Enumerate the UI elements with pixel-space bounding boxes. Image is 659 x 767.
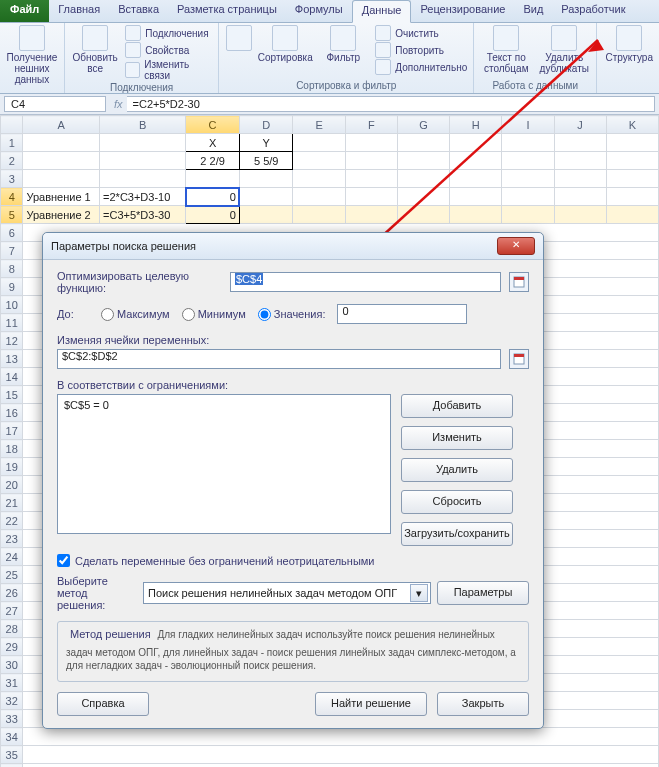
cell[interactable]: Уравнение 1 — [23, 188, 100, 206]
objective-input[interactable]: $C$4 — [230, 272, 501, 292]
file-tab[interactable]: Файл — [0, 0, 49, 22]
nonneg-checkbox[interactable] — [57, 554, 70, 567]
row-header[interactable]: 1 — [1, 134, 23, 152]
row-header[interactable]: 22 — [1, 512, 23, 530]
row-header[interactable]: 16 — [1, 404, 23, 422]
col-header-I[interactable]: I — [502, 116, 554, 134]
cell[interactable]: =C3+5*D3-30 — [100, 206, 186, 224]
row-header[interactable]: 31 — [1, 674, 23, 692]
col-header-J[interactable]: J — [554, 116, 606, 134]
text-to-columns-button[interactable]: Текст по столбцам — [480, 25, 532, 74]
tab-data[interactable]: Данные — [352, 0, 412, 23]
advanced-button[interactable]: Дополнительно — [375, 59, 467, 75]
row-header[interactable]: 4 — [1, 188, 23, 206]
col-header-F[interactable]: F — [345, 116, 397, 134]
col-header-B[interactable]: B — [100, 116, 186, 134]
tab-page-layout[interactable]: Разметка страницы — [168, 0, 286, 22]
tab-home[interactable]: Главная — [49, 0, 109, 22]
changing-cells-input[interactable]: $C$2:$D$2 — [57, 349, 501, 369]
row-header[interactable]: 11 — [1, 314, 23, 332]
method-combo[interactable]: Поиск решения нелинейных задач методом О… — [143, 582, 431, 604]
row-header[interactable]: 35 — [1, 746, 23, 764]
close-button[interactable]: ✕ — [497, 237, 535, 255]
formula-input[interactable]: =C2+5*D2-30 — [127, 96, 655, 112]
row-header[interactable]: 9 — [1, 278, 23, 296]
row-header[interactable]: 27 — [1, 602, 23, 620]
changing-ref-button[interactable] — [509, 349, 529, 369]
cell[interactable]: =2*C3+D3-10 — [100, 188, 186, 206]
cell[interactable]: 0 — [186, 206, 240, 224]
col-header-A[interactable]: A — [23, 116, 100, 134]
change-constraint-button[interactable]: Изменить — [401, 426, 513, 450]
tab-view[interactable]: Вид — [514, 0, 552, 22]
reset-button[interactable]: Сбросить — [401, 490, 513, 514]
fx-icon[interactable]: fx — [110, 98, 127, 110]
row-header[interactable]: 33 — [1, 710, 23, 728]
col-header-G[interactable]: G — [397, 116, 449, 134]
get-external-data-button[interactable]: Получение нешних данных — [6, 25, 58, 85]
row-header[interactable]: 26 — [1, 584, 23, 602]
params-button[interactable]: Параметры — [437, 581, 529, 605]
constraints-list[interactable]: $C$5 = 0 — [57, 394, 391, 534]
col-header-H[interactable]: H — [450, 116, 502, 134]
radio-min[interactable]: Минимум — [182, 308, 246, 321]
add-constraint-button[interactable]: Добавить — [401, 394, 513, 418]
row-header[interactable]: 28 — [1, 620, 23, 638]
clear-filter-button[interactable]: Очистить — [375, 25, 467, 41]
cell[interactable]: 2 2/9 — [186, 152, 240, 170]
row-header[interactable]: 32 — [1, 692, 23, 710]
row-header[interactable]: 36 — [1, 764, 23, 768]
sort-button[interactable]: Сортировка — [259, 25, 311, 63]
row-header[interactable]: 23 — [1, 530, 23, 548]
row-header[interactable]: 25 — [1, 566, 23, 584]
remove-duplicates-button[interactable]: Удалить дубликаты — [538, 25, 590, 74]
sort-az-button[interactable] — [225, 25, 253, 51]
row-header[interactable]: 15 — [1, 386, 23, 404]
row-header[interactable]: 20 — [1, 476, 23, 494]
solve-button[interactable]: Найти решение — [315, 692, 427, 716]
row-header[interactable]: 29 — [1, 638, 23, 656]
col-header-E[interactable]: E — [293, 116, 345, 134]
radio-max[interactable]: Максимум — [101, 308, 170, 321]
row-header[interactable]: 24 — [1, 548, 23, 566]
close-dialog-button[interactable]: Закрыть — [437, 692, 529, 716]
row-header[interactable]: 14 — [1, 368, 23, 386]
cell-active[interactable]: 0 — [186, 188, 240, 206]
name-box[interactable]: C4 — [4, 96, 106, 112]
connections-button[interactable]: Подключения — [125, 25, 212, 41]
col-header-D[interactable]: D — [239, 116, 293, 134]
select-all-corner[interactable] — [1, 116, 23, 134]
delete-constraint-button[interactable]: Удалить — [401, 458, 513, 482]
tab-formulas[interactable]: Формулы — [286, 0, 352, 22]
col-header-K[interactable]: K — [606, 116, 658, 134]
value-input[interactable]: 0 — [337, 304, 467, 324]
row-header[interactable]: 12 — [1, 332, 23, 350]
row-header[interactable]: 13 — [1, 350, 23, 368]
tab-insert[interactable]: Вставка — [109, 0, 168, 22]
cell[interactable]: Y — [239, 134, 293, 152]
radio-value[interactable]: Значения: — [258, 308, 326, 321]
tab-developer[interactable]: Разработчик — [552, 0, 634, 22]
row-header[interactable]: 34 — [1, 728, 23, 746]
objective-ref-button[interactable] — [509, 272, 529, 292]
constraint-item[interactable]: $C$5 = 0 — [64, 399, 384, 411]
tab-review[interactable]: Рецензирование — [411, 0, 514, 22]
refresh-all-button[interactable]: Обновить все — [71, 25, 119, 74]
edit-links-button[interactable]: Изменить связи — [125, 59, 212, 81]
dialog-titlebar[interactable]: Параметры поиска решения ✕ — [43, 233, 543, 260]
row-header[interactable]: 5 — [1, 206, 23, 224]
row-header[interactable]: 21 — [1, 494, 23, 512]
row-header[interactable]: 3 — [1, 170, 23, 188]
row-header[interactable]: 8 — [1, 260, 23, 278]
cell[interactable]: 5 5/9 — [239, 152, 293, 170]
row-header[interactable]: 30 — [1, 656, 23, 674]
cell[interactable]: X — [186, 134, 240, 152]
row-header[interactable]: 17 — [1, 422, 23, 440]
row-header[interactable]: 7 — [1, 242, 23, 260]
properties-button[interactable]: Свойства — [125, 42, 212, 58]
col-header-C[interactable]: C — [186, 116, 240, 134]
load-save-button[interactable]: Загрузить/сохранить — [401, 522, 513, 546]
outline-button[interactable]: Структура — [603, 25, 655, 63]
row-header[interactable]: 2 — [1, 152, 23, 170]
row-header[interactable]: 19 — [1, 458, 23, 476]
